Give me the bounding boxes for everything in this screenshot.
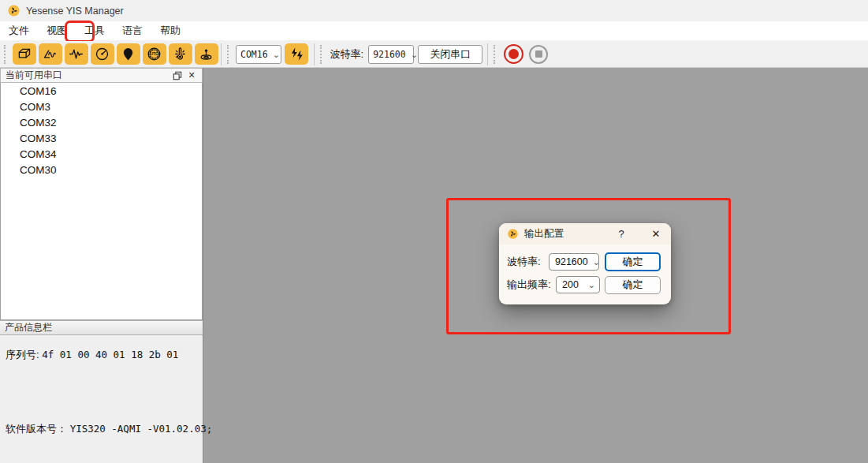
app-window: Yesense YIS Manager 文件 视图 工具 语言 帮助 [0,0,868,463]
menu-bar: 文件 视图 工具 语言 帮助 [0,21,868,41]
panel-header: 当前可用串口 ✕ [0,68,203,83]
dialog-title-bar: 输出配置 ? ✕ [499,223,671,245]
toolbar-angle-wave-button[interactable] [39,43,62,65]
toolbar-separator [221,43,222,65]
utc-clock-icon: UTC [146,46,162,62]
location-pin-icon [120,46,136,62]
dialog-frequency-value: 200 [562,279,579,290]
toolbar-location-button[interactable] [117,43,140,65]
panel-title: 当前可用串口 [6,69,170,82]
software-version-value: YIS320 -AQMI -V01.02.03; [70,423,213,435]
dialog-baud-select[interactable]: 921600 ⌄ [549,253,599,271]
dialog-frequency-label: 输出频率: [507,278,551,292]
dialog-baud-label: 波特率: [507,255,541,269]
angle-waveform-icon [42,46,58,62]
lightning-refresh-icon [289,46,305,62]
toolbar-grip-icon[interactable] [494,45,498,64]
port-select[interactable]: COM16 ⌄ [236,45,281,64]
toolbar: UTC COM16 ⌄ [0,41,868,68]
menu-item-file[interactable]: 文件 [0,21,38,40]
product-info-title: 产品信息栏 [5,321,52,334]
toolbar-3d-model-button[interactable] [13,43,36,65]
baud-rate-label: 波特率: [330,47,364,62]
title-bar: Yesense YIS Manager [0,0,868,21]
menu-item-language[interactable]: 语言 [114,21,151,40]
serial-number-value: 4f 01 00 40 01 18 2b 01 [42,349,178,360]
close-serial-port-button[interactable]: 关闭串口 [418,45,482,64]
menu-item-help[interactable]: 帮助 [151,21,189,40]
port-list-item[interactable]: COM3 [1,99,202,114]
window-title: Yesense YIS Manager [26,6,124,17]
stop-button[interactable] [529,45,548,64]
toolbar-grip-icon[interactable] [320,45,325,64]
dialog-logo-icon [507,228,519,240]
port-list-item[interactable]: COM33 [1,130,202,146]
chevron-down-icon: ⌄ [273,51,280,58]
menu-item-view[interactable]: 视图 [38,21,76,40]
dialog-close-button[interactable]: ✕ [647,226,665,242]
toolbar-waveform-button[interactable] [65,43,88,65]
baud-rate-row: 波特率: 921600 ⌄ 确定 [499,252,671,271]
chevron-down-icon: ⌄ [593,259,600,265]
close-panel-button[interactable]: ✕ [184,69,199,81]
toolbar-attitude-button[interactable] [195,43,218,65]
product-info-header: 产品信息栏 [0,320,203,335]
dialog-help-button[interactable]: ? [613,226,630,242]
stop-icon [535,50,542,58]
toolbar-grip-icon[interactable] [4,45,9,64]
product-info-body: 序列号: 4f 01 00 40 01 18 2b 01 软件版本号： YIS3… [0,335,203,463]
svg-text:UTC: UTC [150,52,158,56]
dialog-baud-value: 921600 [555,256,588,267]
float-panel-button[interactable] [170,69,184,81]
close-icon: ✕ [188,70,195,80]
gauge-icon [94,46,110,62]
waveform-icon [68,46,84,62]
baud-select[interactable]: 921600 ⌄ [368,45,414,64]
port-list-item[interactable]: COM16 [1,83,202,99]
attitude-3d-icon [198,46,214,62]
serial-ports-panel: 当前可用串口 ✕ COM16 COM3 COM32 COM33 COM34 CO… [0,68,203,463]
app-logo-icon [7,4,20,17]
output-frequency-row: 输出频率: 200 ⌄ 确定 [499,275,671,294]
menu-item-tools[interactable]: 工具 [76,21,114,40]
toolbar-separator [314,43,315,65]
serial-number-label: 序列号: [6,349,39,360]
dialog-title: 输出配置 [524,227,613,241]
port-list-item[interactable]: COM32 [1,114,202,130]
record-icon [509,49,519,59]
chevron-down-icon: ⌄ [411,51,418,58]
record-button[interactable] [504,44,523,64]
software-version-label: 软件版本号： [6,423,67,435]
dialog-baud-ok-button[interactable]: 确定 [605,252,661,271]
toolbar-grip-icon[interactable] [227,45,232,64]
software-version-row: 软件版本号： YIS320 -AQMI -V01.02.03; [6,422,212,436]
toolbar-separator [487,43,488,65]
serial-number-row: 序列号: 4f 01 00 40 01 18 2b 01 [6,348,178,362]
float-window-icon [173,71,182,80]
port-list-item[interactable]: COM30 [1,162,202,177]
dialog-frequency-select[interactable]: 200 ⌄ [556,276,600,293]
refresh-ports-button[interactable] [285,43,308,65]
output-config-dialog: 输出配置 ? ✕ 波特率: 921600 ⌄ 确定 输出频率: 200 ⌄ 确定 [499,223,671,304]
cube-3d-icon [16,46,32,62]
toolbar-gauge-button[interactable] [91,43,114,65]
baud-select-value: 921600 [373,49,406,60]
chevron-down-icon: ⌄ [588,282,595,288]
thermometer-icon [172,46,188,62]
toolbar-utc-clock-button[interactable]: UTC [143,43,166,65]
port-select-value: COM16 [240,49,268,60]
toolbar-temperature-button[interactable] [169,43,192,65]
dialog-frequency-ok-button[interactable]: 确定 [605,276,661,294]
port-list: COM16 COM3 COM32 COM33 COM34 COM30 [0,83,203,320]
port-list-item[interactable]: COM34 [1,146,202,162]
